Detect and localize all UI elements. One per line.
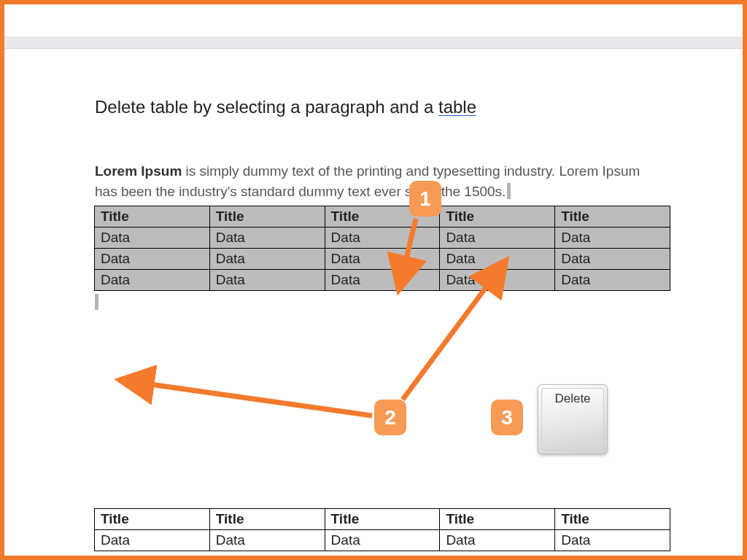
selection-end-marker xyxy=(95,294,657,310)
instruction-heading: Delete table by selecting a paragraph an… xyxy=(95,97,657,117)
app-toolbar-strip xyxy=(4,36,743,49)
step-number: 3 xyxy=(501,406,513,429)
table-row: Data Data Data Data Data xyxy=(95,228,670,249)
table-cell: Data xyxy=(440,270,555,291)
step-number: 1 xyxy=(419,187,431,211)
step-badge-3: 3 xyxy=(491,400,523,435)
table-cell: Data xyxy=(440,249,555,270)
table-cell: Data xyxy=(325,270,440,291)
table-cell: Data xyxy=(555,228,670,249)
body-paragraph: Lorem Ipsum is simply dummy text of the … xyxy=(95,161,657,201)
plain-table[interactable]: Title Title Title Title Title Data Data … xyxy=(94,508,670,551)
text-cursor-icon xyxy=(507,183,511,199)
table-row: Data Data Data Data Data xyxy=(95,270,670,291)
table-cell: Data xyxy=(209,270,325,291)
table-header: Title xyxy=(440,206,555,228)
document-content: Delete table by selecting a paragraph an… xyxy=(95,97,657,310)
second-table-region: Title Title Title Title Title Data Data … xyxy=(95,508,671,551)
table-cell: Data xyxy=(440,530,555,551)
delete-key-label: Delete xyxy=(538,392,608,406)
table-row: Title Title Title Title Title xyxy=(95,509,670,530)
heading-underlined-word: table xyxy=(438,97,476,117)
text-cursor-icon xyxy=(95,294,98,310)
table-header: Title xyxy=(440,509,555,530)
table-row: Title Title Title Title Title xyxy=(95,206,670,228)
table-cell: Data xyxy=(325,249,440,270)
paragraph-bold: Lorem Ipsum xyxy=(95,163,182,179)
table-cell: Data xyxy=(95,530,210,551)
step-number: 2 xyxy=(384,406,396,429)
table-row: Data Data Data Data Data xyxy=(95,530,670,551)
table-header: Title xyxy=(95,206,210,228)
selected-table[interactable]: Title Title Title Title Title Data Data … xyxy=(94,206,670,291)
table-cell: Data xyxy=(440,228,555,249)
table-header: Title xyxy=(209,206,325,228)
table-cell: Data xyxy=(325,228,440,249)
table-cell: Data xyxy=(209,249,325,270)
table-cell: Data xyxy=(325,530,440,551)
table-header: Title xyxy=(555,206,670,228)
table-row: Data Data Data Data Data xyxy=(95,249,670,270)
table-header: Title xyxy=(209,509,325,530)
table-cell: Data xyxy=(95,228,210,249)
step-badge-1: 1 xyxy=(409,181,441,217)
table-header: Title xyxy=(555,509,670,530)
table-header: Title xyxy=(95,509,210,530)
table-cell: Data xyxy=(209,530,325,551)
table-cell: Data xyxy=(555,530,670,551)
table-header: Title xyxy=(325,509,440,530)
heading-text: Delete table by selecting a paragraph an… xyxy=(95,97,438,117)
table-cell: Data xyxy=(95,249,210,270)
table-cell: Data xyxy=(209,228,325,249)
table-cell: Data xyxy=(555,270,670,291)
step-badge-2: 2 xyxy=(374,400,406,435)
table-cell: Data xyxy=(555,249,670,270)
delete-key: Delete xyxy=(538,384,608,454)
table-cell: Data xyxy=(95,270,210,291)
